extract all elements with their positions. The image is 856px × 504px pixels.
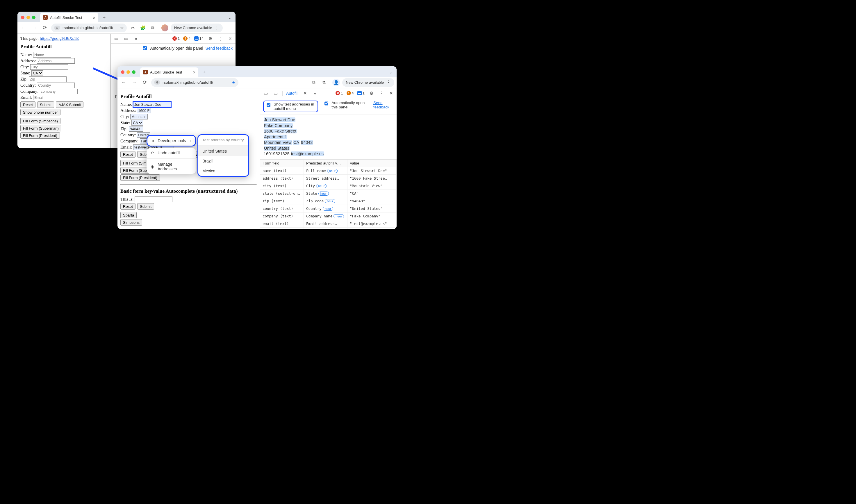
email-field[interactable] [33, 95, 71, 100]
city-field[interactable] [130, 114, 148, 120]
close-devtools-icon[interactable]: ✕ [388, 90, 394, 96]
kebab-icon[interactable]: ⋮ [378, 90, 385, 96]
close-devtools-icon[interactable]: ✕ [227, 35, 233, 42]
tabs-menu-icon[interactable]: ⌄ [387, 69, 394, 76]
tabs-menu-icon[interactable]: ⌄ [226, 14, 233, 21]
ajax-submit-button[interactable]: AJAX Submit [56, 102, 84, 108]
close-panel-tab-icon[interactable]: ✕ [302, 90, 308, 96]
site-info-icon[interactable]: ⊖ [54, 25, 60, 30]
show-test-addresses-checkbox[interactable] [267, 103, 270, 107]
table-row[interactable]: company (text)Company nameheur"Fake Comp… [260, 213, 397, 220]
puzzle-icon[interactable]: ⧉ [149, 24, 157, 32]
settings-icon[interactable]: ⚙ [368, 90, 374, 96]
more-panels-icon[interactable]: » [133, 35, 139, 42]
new-tab-button[interactable]: + [100, 13, 108, 21]
name-field[interactable] [33, 52, 71, 57]
address-bar[interactable]: ⊖ rsolomakhin.github.io/autofill/ ☆ [51, 23, 127, 32]
zip-field[interactable] [29, 76, 67, 82]
submit2-button[interactable]: Submit [137, 203, 154, 210]
table-row[interactable]: zip (text)Zip codeheur"94043" [260, 197, 397, 205]
state-select[interactable]: CA [31, 70, 43, 76]
state-select[interactable]: CA [131, 120, 143, 126]
more-panels-icon[interactable]: » [312, 90, 318, 96]
warning-badge[interactable]: !4 [346, 91, 354, 95]
puzzle-icon[interactable]: ⧉ [310, 79, 318, 86]
labs-icon[interactable]: ⚗ [320, 79, 327, 86]
thisis-field[interactable] [135, 197, 173, 202]
reset-button[interactable]: Reset [20, 102, 35, 108]
extension-icon[interactable]: 🧩 [139, 24, 146, 32]
city-field[interactable] [30, 64, 68, 70]
country-option-mexico[interactable]: Mexico [198, 166, 248, 176]
scissors-icon[interactable]: ✂ [129, 24, 137, 32]
browser-tab[interactable]: A Autofill Smoke Test × [40, 13, 98, 22]
show-phone-button[interactable]: Show phone number [20, 109, 60, 115]
site-info-icon[interactable]: ⊖ [154, 80, 160, 85]
info-badge[interactable]: ▬14 [194, 36, 203, 41]
profile-avatar[interactable] [161, 24, 168, 31]
table-row[interactable]: phone (text)Phone numberheur"" [260, 228, 397, 229]
new-chrome-chip[interactable]: New Chrome available ⋮ [171, 23, 223, 32]
reload-button[interactable]: ⟳ [41, 24, 49, 32]
inspect-icon[interactable]: ▭ [263, 90, 269, 96]
menu-icon[interactable]: ⋮ [386, 79, 391, 85]
address-bar[interactable]: ⊖ rsolomakhin.github.io/autofill/ ★ [151, 78, 238, 87]
warning-badge[interactable]: !4 [183, 36, 191, 41]
bookmark-icon[interactable]: ☆ [120, 25, 124, 30]
info-badge[interactable]: ▬1 [357, 91, 364, 95]
menu-icon[interactable]: ⋮ [215, 25, 219, 31]
browser-tab[interactable]: A Autofill Smoke Test × [140, 68, 198, 77]
back-button[interactable]: ← [120, 78, 128, 87]
ctx-manage-addresses[interactable]: ◉ Manage Addresses… [146, 159, 196, 174]
close-window-icon[interactable] [121, 70, 124, 74]
new-chrome-chip[interactable]: New Chrome available ⋮ [342, 78, 394, 87]
auto-open-checkbox[interactable] [324, 102, 328, 106]
reset2-button[interactable]: Reset [120, 203, 136, 210]
send-feedback-link[interactable]: Send feedback [373, 101, 394, 109]
device-toggle-icon[interactable]: ▭ [123, 35, 129, 42]
country-option-us[interactable]: United States [198, 146, 248, 156]
reset-button[interactable]: Reset [120, 151, 136, 158]
fill-superman-button[interactable]: Fill Form (Superman) [20, 125, 61, 131]
auto-open-checkbox[interactable] [143, 46, 147, 50]
minimize-window-icon[interactable] [126, 70, 130, 74]
reload-button[interactable]: ⟳ [141, 78, 149, 87]
error-badge[interactable]: ✕1 [336, 91, 343, 95]
back-button[interactable]: ← [20, 24, 28, 32]
send-feedback-link[interactable]: Send feedback [206, 46, 233, 51]
error-badge[interactable]: ✕1 [173, 36, 180, 41]
maximize-window-icon[interactable] [132, 70, 136, 74]
simpsons-button[interactable]: Simpsons [120, 219, 142, 226]
maximize-window-icon[interactable] [32, 16, 35, 19]
context-developer-tools[interactable]: ‹› Developer tools › [146, 135, 196, 146]
settings-icon[interactable]: ⚙ [207, 35, 213, 42]
close-tab-icon[interactable]: × [93, 15, 95, 20]
kebab-icon[interactable]: ⋮ [217, 35, 223, 42]
table-row[interactable]: email (text)Email addressheur"test@examp… [260, 220, 397, 228]
devtools-tab-autofill[interactable]: Autofill [286, 91, 298, 96]
name-field[interactable] [133, 102, 171, 107]
close-window-icon[interactable] [21, 16, 24, 19]
address-field[interactable] [137, 108, 151, 113]
table-row[interactable]: country (text)Countryheur"United States" [260, 205, 397, 213]
fill-simpsons-button[interactable]: Fill Form (Simpsons) [20, 118, 60, 124]
submit-button[interactable]: Submit [37, 102, 54, 108]
table-row[interactable]: city (text)Cityheur"Mountain View" [260, 182, 397, 190]
close-tab-icon[interactable]: × [193, 70, 195, 75]
minimize-window-icon[interactable] [26, 16, 30, 19]
device-toggle-icon[interactable]: ▭ [272, 90, 279, 96]
country-field[interactable] [37, 83, 75, 88]
address-field[interactable] [37, 58, 75, 64]
profile-avatar[interactable]: 👤 [332, 79, 340, 86]
bookmark-icon[interactable]: ★ [232, 80, 235, 85]
page-short-link[interactable]: https://goo.gl/B6Xs1E [40, 36, 79, 41]
table-row[interactable]: address (text)Street addressheu"1600 Fak… [260, 175, 397, 182]
sparta-button[interactable]: Sparta [120, 212, 137, 218]
table-row[interactable]: state (select-on…Stateheur"CA" [260, 190, 397, 197]
fill-president-button[interactable]: Fill Form (President) [20, 132, 60, 139]
zip-field[interactable] [129, 126, 143, 132]
company-field[interactable] [40, 89, 78, 94]
new-tab-button[interactable]: + [200, 68, 208, 76]
table-row[interactable]: name (text)Full nameheur"Jon Stewart Doe… [260, 167, 397, 175]
fill-president-button[interactable]: Fill Form (President) [120, 174, 160, 181]
